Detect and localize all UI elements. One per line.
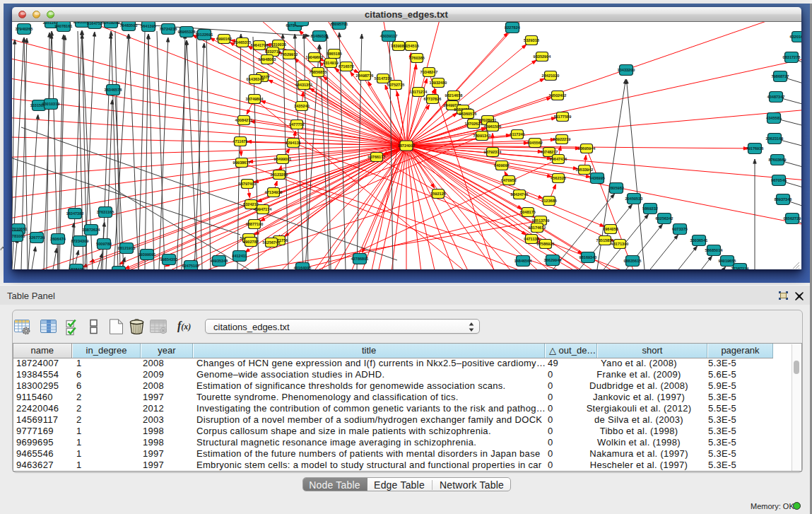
svg-text:37940265: 37940265	[15, 27, 33, 31]
svg-text:51462704: 51462704	[293, 22, 311, 23]
svg-text:49947174: 49947174	[254, 207, 272, 211]
svg-text:9232719: 9232719	[265, 49, 281, 54]
svg-text:70348247: 70348247	[420, 70, 437, 74]
svg-text:81489325: 81489325	[310, 34, 328, 38]
svg-text:4345581: 4345581	[766, 116, 782, 120]
svg-text:00766177: 00766177	[367, 155, 385, 159]
svg-text:9314919: 9314919	[323, 61, 339, 65]
svg-text:94019655: 94019655	[718, 259, 736, 263]
svg-text:3267736: 3267736	[29, 235, 45, 240]
svg-text:79176936: 79176936	[746, 146, 763, 151]
svg-text:8412411: 8412411	[232, 254, 247, 258]
svg-text:43171390: 43171390	[611, 242, 628, 246]
svg-text:47134936: 47134936	[264, 190, 282, 194]
svg-text:94078161: 94078161	[54, 24, 72, 28]
svg-text:98214658: 98214658	[445, 93, 462, 98]
svg-text:51256746: 51256746	[262, 240, 280, 245]
svg-text:54948083: 54948083	[258, 57, 276, 62]
svg-text:86922219: 86922219	[553, 137, 570, 141]
svg-text:0470952: 0470952	[501, 178, 517, 182]
svg-text:4436995: 4436995	[589, 176, 605, 180]
svg-text:96499091: 96499091	[273, 157, 291, 161]
svg-text:31781080: 31781080	[12, 234, 25, 238]
svg-text:43487347: 43487347	[767, 95, 784, 99]
svg-text:10932480: 10932480	[429, 81, 447, 85]
svg-text:7839084: 7839084	[391, 44, 407, 48]
svg-text:33036541: 33036541	[690, 238, 707, 243]
svg-text:13695944: 13695944	[577, 146, 596, 151]
svg-text:6990162: 6990162	[216, 37, 232, 41]
svg-text:96360576: 96360576	[459, 112, 476, 116]
svg-text:5310033: 5310033	[271, 42, 286, 47]
svg-text:4562328: 4562328	[551, 176, 566, 180]
svg-text:79868727: 79868727	[771, 74, 789, 78]
svg-text:7123685: 7123685	[541, 199, 557, 203]
svg-text:40164005: 40164005	[293, 266, 311, 269]
svg-text:7964053: 7964053	[603, 227, 618, 231]
svg-text:53419283: 53419283	[102, 22, 119, 25]
svg-text:5009788: 5009788	[96, 242, 112, 246]
svg-text:5641395: 5641395	[141, 24, 156, 28]
svg-text:76483503: 76483503	[119, 23, 137, 28]
svg-text:81177589: 81177589	[553, 115, 571, 119]
svg-text:50752735: 50752735	[387, 83, 404, 87]
svg-text:93352904: 93352904	[533, 54, 551, 59]
svg-text:19399091: 19399091	[138, 252, 155, 257]
svg-text:5045562: 5045562	[527, 141, 543, 145]
svg-text:64641708: 64641708	[250, 43, 268, 47]
svg-text:76724238: 76724238	[159, 27, 177, 31]
svg-text:10122691: 10122691	[195, 33, 213, 37]
svg-text:01436349: 01436349	[246, 77, 264, 81]
svg-text:48877190: 48877190	[245, 222, 263, 226]
svg-text:96513709: 96513709	[531, 218, 549, 223]
svg-text:8324210: 8324210	[243, 202, 259, 206]
svg-text:53147379: 53147379	[374, 76, 392, 81]
svg-text:28421020: 28421020	[541, 74, 559, 78]
svg-text:06797403: 06797403	[238, 182, 256, 186]
svg-text:08835615: 08835615	[623, 259, 641, 263]
svg-text:96965328: 96965328	[177, 30, 195, 34]
svg-text:40748217: 40748217	[540, 150, 558, 154]
svg-text:93174612: 93174612	[528, 226, 546, 230]
svg-text:94647436: 94647436	[549, 157, 567, 161]
svg-text:99854353: 99854353	[160, 257, 177, 262]
svg-text:9670546: 9670546	[771, 178, 787, 182]
svg-text:98169340: 98169340	[579, 255, 596, 259]
svg-text:45961586: 45961586	[483, 124, 501, 129]
svg-text:6409097: 6409097	[494, 163, 510, 168]
svg-text:20450533: 20450533	[625, 197, 642, 201]
svg-text:42786801: 42786801	[351, 257, 368, 261]
svg-text:08317278: 08317278	[782, 55, 800, 59]
svg-text:78856855: 78856855	[309, 70, 326, 74]
svg-text:93010310: 93010310	[42, 102, 59, 106]
svg-text:38346578: 38346578	[104, 88, 122, 92]
svg-text:8760385: 8760385	[409, 56, 425, 60]
svg-text:6048175: 6048175	[520, 210, 536, 214]
svg-text:06562729: 06562729	[783, 216, 801, 221]
svg-text:18724007: 18724007	[397, 144, 415, 148]
svg-text:28498776: 28498776	[355, 74, 373, 78]
svg-text:4902787: 4902787	[243, 240, 259, 244]
svg-text:19049663: 19049663	[305, 55, 323, 59]
svg-text:43039117: 43039117	[379, 34, 397, 38]
svg-text:2606474: 2606474	[50, 237, 66, 241]
svg-text:18702621: 18702621	[464, 122, 482, 126]
svg-text:08121913: 08121913	[117, 246, 135, 250]
svg-text:67586926: 67586926	[536, 242, 554, 246]
svg-text:39502402: 39502402	[548, 93, 566, 98]
svg-text:13433200: 13433200	[617, 68, 635, 72]
svg-text:34123281: 34123281	[270, 173, 288, 177]
svg-text:5329318: 5329318	[524, 38, 539, 42]
svg-text:33749894: 33749894	[245, 97, 264, 101]
svg-text:63201632: 63201632	[789, 35, 801, 39]
svg-text:1592124: 1592124	[430, 192, 447, 196]
svg-text:67737826: 67737826	[423, 97, 441, 101]
svg-text:5865185: 5865185	[326, 52, 342, 56]
svg-text:6117240: 6117240	[510, 132, 524, 136]
svg-text:6073375: 6073375	[672, 227, 688, 231]
svg-text:5869232: 5869232	[642, 206, 658, 211]
svg-text:93792374: 93792374	[483, 150, 502, 154]
svg-text:36629946: 36629946	[543, 258, 561, 262]
svg-text:3164752: 3164752	[87, 22, 102, 25]
svg-text:3435240: 3435240	[294, 104, 310, 108]
